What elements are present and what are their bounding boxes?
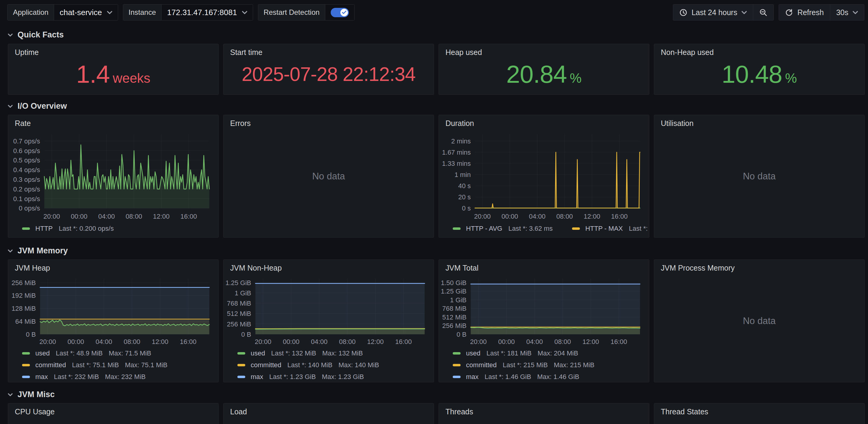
legend-item[interactable]: maxLast *: 232 MiBMax: 232 MiB: [22, 373, 215, 381]
svg-text:16:00: 16:00: [395, 338, 412, 345]
svg-text:08:00: 08:00: [339, 338, 356, 345]
application-value: chat-service: [60, 8, 102, 17]
instance-value: 172.31.47.167:8081: [167, 8, 237, 17]
series-stat: Max: 204 MiB: [537, 350, 578, 357]
restart-detection-toggle[interactable]: [331, 8, 349, 17]
svg-text:1.25 GiB: 1.25 GiB: [441, 287, 466, 295]
svg-text:128 MiB: 128 MiB: [11, 305, 36, 312]
stat-unit: weeks: [113, 71, 150, 86]
svg-text:04:00: 04:00: [526, 338, 543, 345]
restart-detection-toggle-area: [325, 4, 354, 20]
panel-title[interactable]: Errors: [230, 119, 251, 128]
svg-text:00:00: 00:00: [67, 338, 84, 345]
svg-text:0.2 ops/s: 0.2 ops/s: [13, 185, 40, 193]
series-stat: Max: 140 MiB: [339, 361, 379, 369]
panel-title[interactable]: Utilisation: [661, 119, 693, 128]
panel-title[interactable]: Load: [230, 407, 247, 416]
panel-title[interactable]: Heap used: [445, 48, 482, 57]
panel-title[interactable]: Non-Heap used: [661, 48, 714, 57]
legend-item[interactable]: usedLast *: 132 MiBMax: 132 MiB: [238, 350, 430, 357]
series-color-pill: [238, 364, 245, 366]
no-data-message: No data: [223, 115, 434, 237]
series-stat: Last *: 75.1 MiB: [72, 361, 119, 369]
application-label: Application: [7, 4, 54, 20]
series-name: used: [251, 350, 265, 357]
section-quick-facts[interactable]: Quick Facts: [8, 30, 868, 39]
section-jvm-misc[interactable]: JVM Misc: [8, 390, 868, 399]
zoom-out-button[interactable]: [753, 4, 773, 20]
panel-title[interactable]: Thread States: [661, 407, 708, 416]
legend-item[interactable]: committedLast *: 215 MiBMax: 215 MiB: [453, 361, 645, 369]
svg-text:08:00: 08:00: [555, 338, 571, 345]
series-stat: Max: 1.46 GiB: [537, 373, 579, 381]
application-select[interactable]: chat-service: [54, 4, 118, 20]
legend-item[interactable]: committedLast *: 75.1 MiBMax: 75.1 MiB: [22, 361, 215, 369]
section-jvm-memory[interactable]: JVM Memory: [8, 246, 868, 255]
panel-title[interactable]: Duration: [445, 119, 474, 128]
panel-title[interactable]: Start time: [230, 48, 262, 57]
chevron-down-icon: [242, 11, 247, 14]
panel-title[interactable]: CPU Usage: [15, 407, 55, 416]
legend-item[interactable]: committedLast *: 140 MiBMax: 140 MiB: [238, 361, 430, 369]
svg-text:12:00: 12:00: [152, 338, 168, 345]
svg-text:16:00: 16:00: [180, 338, 196, 345]
panel-title[interactable]: JVM Heap: [15, 264, 50, 272]
panel-start-time: Start time 2025-07-28 22:12:34: [223, 44, 434, 95]
svg-text:64 MiB: 64 MiB: [15, 318, 36, 325]
svg-text:0.1 ops/s: 0.1 ops/s: [13, 195, 40, 203]
clock-icon: [679, 8, 687, 17]
series-stat: Last *: 0.200 ops/s: [59, 225, 114, 233]
series-stat: Max: 1.23 GiB: [322, 373, 364, 381]
instance-select[interactable]: 172.31.47.167:8081: [162, 4, 252, 20]
toggle-knob: [340, 9, 348, 16]
svg-text:0.5 ops/s: 0.5 ops/s: [13, 157, 40, 164]
series-color-pill: [22, 364, 30, 366]
svg-text:512 MiB: 512 MiB: [442, 313, 466, 321]
svg-text:192 MiB: 192 MiB: [11, 292, 36, 299]
stat-value-area: 1.4 weeks: [11, 57, 215, 91]
jvm-heap-legend: usedLast *: 48.9 MiBMax: 71.5 MiBcommitt…: [22, 350, 215, 381]
svg-text:0 B: 0 B: [26, 331, 36, 338]
section-title: Quick Facts: [18, 30, 64, 39]
panel-errors: Errors No data: [223, 115, 434, 238]
svg-text:0.4 ops/s: 0.4 ops/s: [13, 166, 40, 174]
refresh-button[interactable]: Refresh: [779, 4, 830, 20]
time-range-button[interactable]: Last 24 hours: [673, 4, 753, 20]
panel-title[interactable]: Threads: [445, 407, 473, 416]
series-name: HTTP: [35, 225, 53, 233]
svg-text:768 MiB: 768 MiB: [442, 305, 466, 312]
refresh-interval-button[interactable]: 30s: [830, 4, 864, 20]
io-overview-row: Rate 20:0000:0004:0008:0012:0016:000 ops…: [0, 115, 868, 238]
legend-item[interactable]: HTTPLast *: 0.200 ops/s: [22, 225, 120, 233]
legend-item[interactable]: HTTP - AVGLast *: 3.62 ms: [453, 225, 559, 233]
legend-item[interactable]: usedLast *: 181 MiBMax: 204 MiB: [453, 350, 645, 357]
legend-item[interactable]: maxLast *: 1.23 GiBMax: 1.23 GiB: [238, 373, 430, 381]
series-name: max: [251, 373, 264, 381]
legend-item[interactable]: usedLast *: 48.9 MiBMax: 71.5 MiB: [22, 350, 215, 357]
instance-label: Instance: [123, 4, 162, 20]
svg-text:20:00: 20:00: [43, 213, 60, 220]
panel-title[interactable]: Uptime: [15, 48, 39, 57]
legend-item[interactable]: HTTP - MAXLast *: 1.67 mins: [572, 225, 649, 233]
legend-item[interactable]: maxLast *: 1.46 GiBMax: 1.46 GiB: [453, 373, 645, 381]
section-io-overview[interactable]: I/O Overview: [8, 101, 868, 111]
panel-jvm-nonheap: JVM Non-Heap 20:0000:0004:0008:0012:0016…: [223, 260, 434, 382]
svg-text:2 mins: 2 mins: [451, 138, 471, 145]
panel-title[interactable]: Rate: [15, 119, 31, 128]
svg-text:16:00: 16:00: [611, 213, 628, 220]
svg-text:00:00: 00:00: [283, 338, 299, 345]
series-stat: Last *: 140 MiB: [287, 361, 332, 369]
panel-jvm-heap: JVM Heap 20:0000:0004:0008:0012:0016:000…: [8, 260, 219, 382]
series-color-pill: [572, 228, 580, 230]
panel-title[interactable]: JVM Total: [445, 264, 478, 272]
series-color-pill: [453, 364, 461, 366]
panel-title[interactable]: JVM Process Memory: [661, 264, 735, 272]
svg-text:20 s: 20 s: [458, 193, 470, 201]
refresh-group: Refresh 30s: [779, 4, 864, 21]
panel-title[interactable]: JVM Non-Heap: [230, 264, 282, 272]
restart-detection-control: Restart Detection: [258, 4, 354, 21]
toolbar-right: Last 24 hours Refresh 30s: [673, 4, 864, 21]
panel-rate: Rate 20:0000:0004:0008:0012:0016:000 ops…: [8, 115, 219, 238]
svg-text:08:00: 08:00: [126, 213, 142, 220]
jvm-memory-row: JVM Heap 20:0000:0004:0008:0012:0016:000…: [0, 260, 868, 382]
